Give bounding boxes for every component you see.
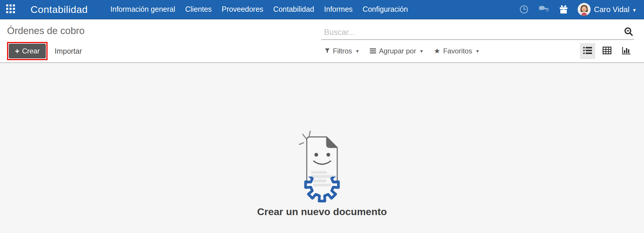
activities-clock-icon[interactable] (520, 5, 528, 14)
view-switcher (580, 43, 634, 59)
search-input[interactable] (324, 27, 624, 38)
list-view-button[interactable] (580, 43, 595, 59)
messages-chat-icon[interactable] (538, 5, 549, 14)
import-link[interactable]: Importar (55, 47, 82, 55)
menu-item-proveedores[interactable]: Proveedores (217, 0, 268, 19)
toolbar: + Crear Importar (7, 40, 321, 62)
apps-menu-button[interactable] (6, 5, 15, 14)
empty-state-illustration (295, 128, 349, 205)
filters-dropdown[interactable]: Filtros ▾ (325, 47, 359, 55)
chevron-down-icon: ▾ (356, 49, 359, 54)
list-view-icon (583, 47, 592, 55)
top-navbar: Contabilidad Información general Cliente… (0, 0, 644, 19)
control-panel: Órdenes de cobro + Crear Importar (0, 19, 644, 63)
menu-item-contabilidad[interactable]: Contabilidad (268, 0, 319, 19)
empty-state-message: Crear un nuevo documento (257, 206, 387, 217)
filters-label: Filtros (333, 47, 352, 55)
page-title: Órdenes de cobro (7, 23, 321, 36)
gift-icon[interactable] (559, 5, 568, 14)
menu-item-configuracion[interactable]: Configuración (358, 0, 413, 19)
create-button-highlight: + Crear (7, 42, 48, 60)
chevron-down-icon: ▾ (633, 6, 636, 13)
group-by-dropdown[interactable]: Agrupar por ▾ (370, 47, 423, 55)
funnel-icon (325, 47, 330, 55)
chevron-down-icon: ▾ (420, 49, 423, 54)
eye-left (314, 153, 318, 157)
plus-icon: + (15, 47, 19, 55)
search-bar (321, 27, 634, 40)
create-button-label: Crear (22, 47, 40, 55)
app-brand-title[interactable]: Contabilidad (31, 4, 88, 15)
chevron-down-icon: ▾ (476, 49, 479, 54)
filter-bar: Filtros ▾ Agrupar por ▾ ★ Favoritos ▾ (321, 40, 634, 62)
document-fold-corner (327, 137, 337, 148)
bar-chart-view-icon (622, 46, 631, 56)
menu-item-informes[interactable]: Informes (319, 0, 358, 19)
user-avatar (578, 3, 591, 16)
main-menu: Información general Clientes Proveedores… (105, 0, 413, 19)
menu-item-clientes[interactable]: Clientes (180, 0, 217, 19)
eye-right (326, 153, 330, 157)
group-by-label: Agrupar por (379, 47, 416, 55)
menu-item-informacion-general[interactable]: Información general (105, 0, 180, 19)
apps-grid-icon (6, 4, 15, 14)
table-view-icon (603, 47, 611, 55)
magnifier-icon[interactable] (624, 27, 633, 38)
favorites-dropdown[interactable]: ★ Favoritos ▾ (434, 47, 479, 55)
user-name: Caro Vidal (594, 5, 630, 14)
star-icon: ★ (434, 48, 440, 55)
chart-view-button[interactable] (619, 43, 634, 59)
favorites-label: Favoritos (443, 47, 472, 55)
create-button[interactable]: + Crear (9, 44, 46, 58)
main-content: Crear un nuevo documento (0, 63, 644, 232)
user-menu[interactable]: Caro Vidal ▾ (578, 3, 636, 16)
systray: Caro Vidal ▾ (520, 3, 636, 16)
list-lines-icon (370, 47, 376, 55)
table-view-button[interactable] (599, 43, 615, 59)
